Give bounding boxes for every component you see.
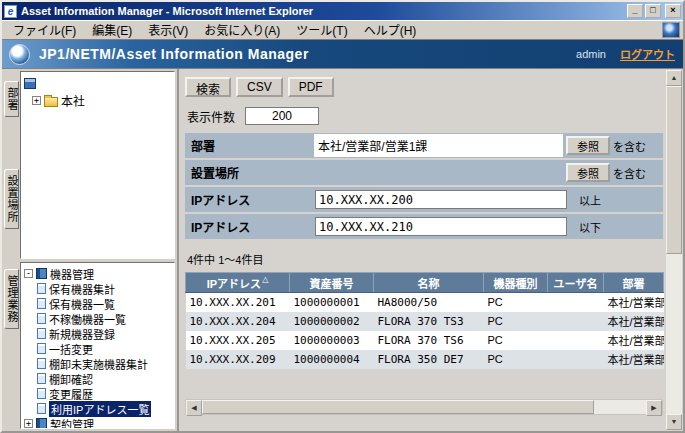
menu-favorites[interactable]: お気に入り(A) <box>196 20 288 39</box>
menu-tools[interactable]: ツール(T) <box>288 20 355 39</box>
vertical-scrollbar[interactable]: ▲ ▼ <box>666 70 682 430</box>
menu-help[interactable]: ヘルプ(H) <box>356 20 425 39</box>
column-header-name[interactable]: 名称 <box>374 273 484 293</box>
department-tree: + 本社 <box>20 71 175 259</box>
cell-ip: 10.XXX.XX.205 <box>186 331 290 350</box>
column-header-ip-address[interactable]: IPアドレス△ <box>186 273 290 293</box>
title-bar[interactable]: e Asset Information Manager - Microsoft … <box>2 2 683 20</box>
cell-department: 本社/営業部/営 <box>604 331 664 350</box>
tree-item-new-register[interactable]: 新規機器登録 <box>37 326 171 341</box>
display-count-input[interactable] <box>245 107 319 125</box>
tree-item-device-management[interactable]: - 機器管理 <box>24 266 171 281</box>
document-icon <box>37 343 46 354</box>
tree-item-idle-list[interactable]: 不稼働機器一覧 <box>37 311 171 326</box>
form-row-ip-to: IPアドレス 以下 <box>185 214 663 239</box>
vertical-scroll-thumb[interactable] <box>666 86 682 254</box>
tree-item-bulk-change[interactable]: 一括変更 <box>37 341 171 356</box>
scroll-track[interactable] <box>666 254 682 414</box>
management-work-tree: - 機器管理 保有機器集計 保有機器一覧 不稼働機器一覧 <box>20 262 175 429</box>
sidebar-tab-strip: 部署 設置場所 管理業務 <box>2 69 20 431</box>
action-toolbar: 検索 CSV PDF <box>185 77 663 97</box>
location-browse-button[interactable]: 参照 <box>566 163 610 182</box>
tree-item-inventory-pending-summary[interactable]: 棚卸未実施機器集計 <box>37 356 171 371</box>
cell-device-type: PC <box>484 312 548 331</box>
scroll-right-button[interactable]: ▶ <box>646 400 662 416</box>
table-row[interactable]: 10.XXX.XX.201 1000000001 HA8000/50 PC 本社… <box>186 293 664 312</box>
ip-from-field-label: IPアドレス <box>185 191 313 208</box>
close-button[interactable]: × <box>665 4 681 18</box>
cell-ip: 10.XXX.XX.209 <box>186 350 290 369</box>
display-count-label: 表示件数 <box>187 108 235 125</box>
department-browse-button[interactable]: 参照 <box>566 136 610 155</box>
form-row-department: 部署 本社/営業部/営業1課 参照 を含む <box>185 133 663 158</box>
logout-link[interactable]: ログアウト <box>620 46 675 62</box>
ip-to-input[interactable] <box>315 217 567 236</box>
pdf-button[interactable]: PDF <box>288 77 334 97</box>
tree-item-contract-management[interactable]: + 契約管理 <box>24 416 171 429</box>
horizontal-scroll-thumb[interactable] <box>202 400 594 414</box>
cell-ip: 10.XXX.XX.201 <box>186 293 290 312</box>
ie-page-icon: e <box>4 5 17 18</box>
document-icon <box>37 373 46 384</box>
book-icon <box>36 268 47 279</box>
cell-asset-number: 1000000004 <box>290 350 374 369</box>
cell-name: HA8000/50 <box>374 293 484 312</box>
horizontal-scrollbar[interactable]: ◀ ▶ <box>185 399 663 415</box>
tab-location[interactable]: 設置場所 <box>4 169 19 229</box>
ip-from-input[interactable] <box>315 190 567 209</box>
document-icon <box>37 313 46 324</box>
display-count-row: 表示件数 <box>187 107 663 125</box>
collapse-toggle-icon[interactable]: - <box>24 269 33 278</box>
column-header-asset-number[interactable]: 資産番号 <box>290 273 374 293</box>
csv-button[interactable]: CSV <box>236 77 283 97</box>
table-row[interactable]: 10.XXX.XX.205 1000000003 FLORA 370 TS6 P… <box>186 331 664 350</box>
column-header-department[interactable]: 部署 <box>604 273 664 293</box>
document-icon <box>37 298 46 309</box>
cell-user-name <box>548 350 604 369</box>
tree-item-used-ip-list[interactable]: 利用IPアドレス一覧 <box>37 401 171 416</box>
ip-from-bound-label: 以上 <box>579 192 601 208</box>
maximize-button[interactable]: □ <box>645 4 661 18</box>
table-row[interactable]: 10.XXX.XX.209 1000000004 FLORA 350 DE7 P… <box>186 350 664 369</box>
tree-label-device-management: 機器管理 <box>50 266 94 282</box>
tree-item-change-history[interactable]: 変更履歴 <box>37 386 171 401</box>
scroll-track[interactable] <box>594 400 646 414</box>
tree-item-head-office[interactable]: + 本社 <box>32 92 171 109</box>
cell-name: FLORA 370 TS3 <box>374 312 484 331</box>
result-count-summary: 4件中 1～4件目 <box>187 251 663 267</box>
tree-item-owned-list[interactable]: 保有機器一覧 <box>37 296 171 311</box>
menu-edit[interactable]: 編集(E) <box>84 20 140 39</box>
tree-item-owned-summary[interactable]: 保有機器集計 <box>37 281 171 296</box>
app-title: JP1/NETM/Asset Information Manager <box>39 46 309 62</box>
location-include-label: を含む <box>613 165 663 181</box>
tab-management-work[interactable]: 管理業務 <box>4 269 19 329</box>
tab-department[interactable]: 部署 <box>4 81 19 117</box>
client-area: 部署 設置場所 管理業務 + 本社 - <box>2 68 683 431</box>
cell-user-name <box>548 293 604 312</box>
tree-root-row[interactable] <box>24 75 171 92</box>
expand-toggle-icon[interactable]: + <box>24 419 33 428</box>
cell-asset-number: 1000000001 <box>290 293 374 312</box>
column-header-device-type[interactable]: 機器種別 <box>484 273 548 293</box>
tree-item-inventory-check[interactable]: 棚卸確認 <box>37 371 171 386</box>
app-banner: JP1/NETM/Asset Information Manager admin… <box>2 40 683 68</box>
menu-file[interactable]: ファイル(F) <box>5 20 84 39</box>
book-icon <box>36 418 47 429</box>
minimize-button[interactable]: _ <box>627 4 643 18</box>
department-value-field[interactable]: 本社/営業部/営業1課 <box>314 134 563 157</box>
organization-root-icon <box>24 78 36 89</box>
form-row-location: 設置場所 参照 を含む <box>185 160 663 185</box>
column-header-user-name[interactable]: ユーザ名 <box>548 273 604 293</box>
cell-user-name <box>548 331 604 350</box>
form-row-ip-from: IPアドレス 以上 <box>185 187 663 212</box>
table-row[interactable]: 10.XXX.XX.204 1000000002 FLORA 370 TS3 P… <box>186 312 664 331</box>
search-form: 部署 本社/営業部/営業1課 参照 を含む 設置場所 参照 を含む IPアドレス… <box>185 133 663 239</box>
menu-view[interactable]: 表示(V) <box>140 20 196 39</box>
scroll-up-button[interactable]: ▲ <box>666 70 682 86</box>
browser-window: e Asset Information Manager - Microsoft … <box>0 0 685 433</box>
scroll-down-button[interactable]: ▼ <box>666 414 682 430</box>
scroll-left-button[interactable]: ◀ <box>186 400 202 416</box>
location-value-field[interactable] <box>313 160 563 185</box>
expand-toggle-icon[interactable]: + <box>32 96 41 105</box>
search-button[interactable]: 検索 <box>185 77 231 97</box>
